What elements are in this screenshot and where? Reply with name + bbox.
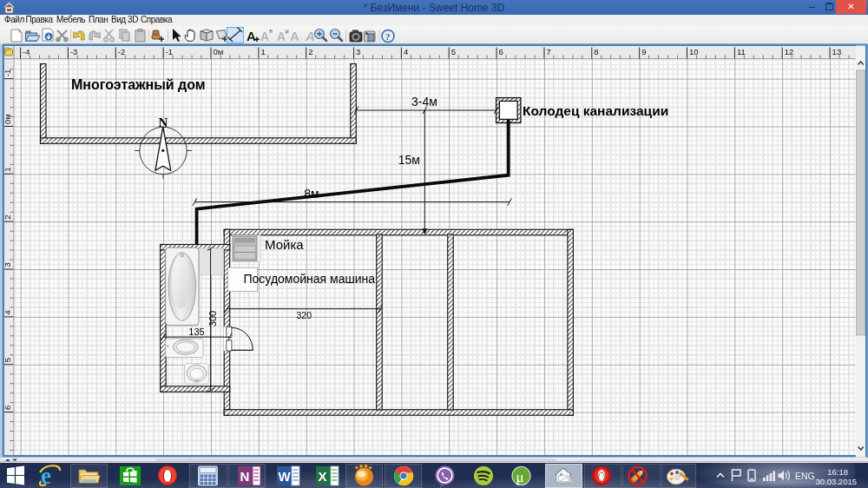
svg-text:5: 5	[451, 47, 456, 56]
svg-text:4: 4	[404, 47, 408, 56]
svg-text:?: ?	[385, 31, 391, 42]
svg-text:1: 1	[260, 47, 265, 56]
svg-text:A: A	[260, 30, 269, 43]
svg-text:W: W	[279, 469, 292, 484]
svg-text:3: 3	[356, 47, 360, 56]
svg-text:A: A	[290, 29, 299, 43]
svg-text:320: 320	[297, 310, 312, 320]
svg-text:2: 2	[308, 47, 312, 56]
svg-text:8: 8	[594, 47, 598, 56]
svg-text:6: 6	[499, 47, 503, 56]
svg-text:Многоэтажный дом: Многоэтажный дом	[71, 77, 206, 92]
svg-text:8м: 8м	[304, 187, 319, 201]
svg-text:10: 10	[689, 47, 699, 56]
svg-text:-3: -3	[70, 47, 77, 56]
svg-text:A: A	[305, 29, 315, 43]
svg-text:-1: -1	[166, 47, 173, 56]
svg-text:12: 12	[785, 47, 794, 56]
svg-text:-4: -4	[23, 47, 30, 56]
svg-text:Колодец канализации: Колодец канализации	[523, 103, 668, 118]
svg-text:ENG: ENG	[795, 471, 815, 481]
svg-text:-2: -2	[118, 47, 125, 56]
svg-text:9: 9	[641, 47, 646, 56]
svg-text:300: 300	[207, 311, 218, 326]
svg-text:0м: 0м	[214, 47, 224, 56]
svg-text:11: 11	[737, 47, 746, 56]
svg-text:15м: 15м	[398, 153, 420, 167]
svg-text:13: 13	[832, 47, 842, 56]
svg-text:A: A	[277, 30, 286, 43]
svg-text:30.03.2015: 30.03.2015	[815, 477, 857, 486]
svg-text:Посудомойная машина: Посудомойная машина	[244, 272, 376, 286]
svg-text:135: 135	[188, 326, 204, 337]
svg-text:A: A	[247, 29, 256, 43]
svg-text:16:18: 16:18	[827, 467, 848, 477]
svg-text:N: N	[240, 469, 250, 484]
svg-text:X: X	[319, 469, 327, 484]
svg-text:Мойка: Мойка	[265, 237, 304, 252]
svg-text:3-4м: 3-4м	[411, 95, 437, 109]
svg-text:7: 7	[547, 47, 551, 56]
svg-text:μ: μ	[516, 469, 524, 485]
svg-text:N: N	[159, 115, 168, 129]
